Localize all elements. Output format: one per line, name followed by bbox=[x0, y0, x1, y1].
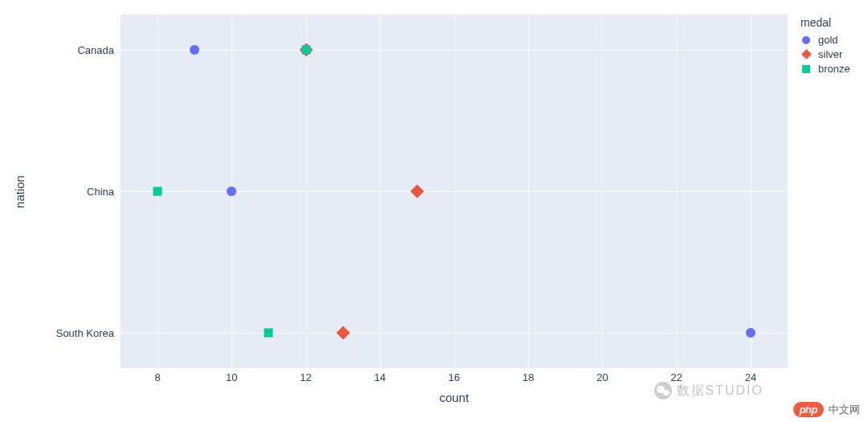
legend-item-gold[interactable]: gold bbox=[800, 34, 850, 46]
php-cn-text: 中文网 bbox=[829, 403, 860, 417]
scatter-chart: 8 10 12 14 16 18 20 22 24 Canada China S… bbox=[0, 0, 868, 422]
point-silver-southkorea[interactable] bbox=[336, 326, 350, 340]
php-logo: php bbox=[793, 402, 824, 417]
xtick-label: 14 bbox=[375, 371, 386, 383]
legend-label: gold bbox=[818, 34, 838, 46]
ytick-label: China bbox=[87, 186, 114, 198]
diamond-icon bbox=[800, 49, 812, 60]
point-bronze-china[interactable] bbox=[154, 187, 162, 196]
xtick-label: 18 bbox=[522, 371, 534, 383]
gridline-h bbox=[121, 191, 788, 192]
gridline-h bbox=[121, 50, 788, 51]
php-watermark: php 中文网 bbox=[793, 402, 860, 417]
studio-text: 数据STUDIO bbox=[677, 383, 764, 399]
legend-item-bronze[interactable]: bronze bbox=[800, 63, 850, 75]
point-gold-canada[interactable] bbox=[190, 45, 199, 55]
studio-watermark: 数据STUDIO bbox=[654, 382, 764, 399]
circle-icon bbox=[800, 35, 812, 46]
point-gold-china[interactable] bbox=[227, 186, 236, 196]
xtick-label: 16 bbox=[448, 371, 460, 383]
legend-item-silver[interactable]: silver bbox=[800, 48, 850, 60]
legend-label: bronze bbox=[818, 63, 850, 75]
point-gold-southkorea[interactable] bbox=[746, 328, 755, 338]
ytick-label: Canada bbox=[77, 44, 114, 56]
xtick-label: 20 bbox=[596, 371, 608, 383]
legend-title: medal bbox=[800, 16, 850, 29]
y-axis-label: nation bbox=[11, 14, 27, 368]
gridline-h bbox=[121, 333, 788, 334]
wechat-icon bbox=[654, 382, 672, 399]
xtick-label: 12 bbox=[300, 371, 311, 383]
ytick-label: South Korea bbox=[56, 327, 114, 339]
xtick-label: 10 bbox=[226, 371, 237, 383]
point-bronze-southkorea[interactable] bbox=[264, 329, 273, 338]
xtick-label: 8 bbox=[154, 371, 160, 383]
legend: medal gold silver bronze bbox=[800, 16, 850, 77]
legend-label: silver bbox=[818, 48, 842, 60]
square-icon bbox=[800, 64, 812, 75]
point-bronze-canada[interactable] bbox=[301, 46, 310, 55]
plot-area[interactable] bbox=[121, 14, 788, 368]
point-silver-china[interactable] bbox=[410, 185, 424, 199]
